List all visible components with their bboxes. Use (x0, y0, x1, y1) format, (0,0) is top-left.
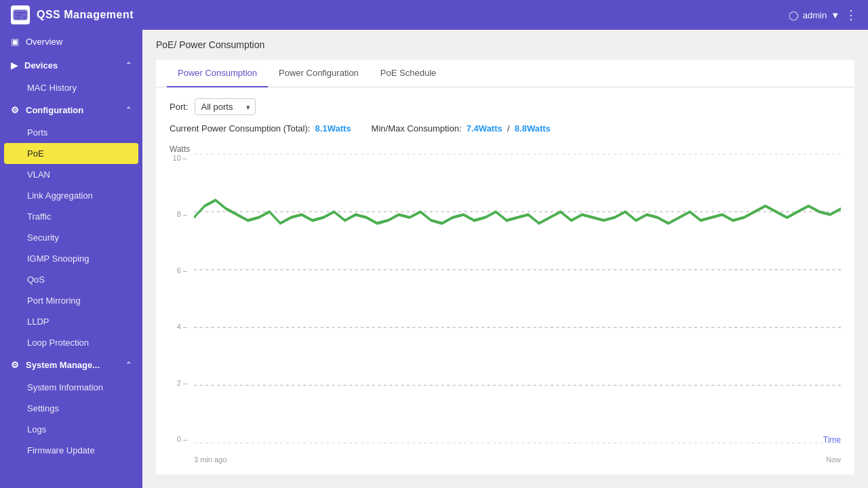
system-info-label: System Information (27, 382, 103, 392)
content-area: Power Consumption Power Configuration Po… (156, 60, 854, 474)
traffic-label: Traffic (27, 211, 51, 222)
sidebar-section-configuration[interactable]: ⚙ Configuration ⌃ (0, 98, 142, 122)
layout: ▣ Overview ▶ Devices ⌃ MAC History ⚙ Con… (0, 30, 868, 488)
poe-label: PoE (27, 148, 44, 159)
sidebar: ▣ Overview ▶ Devices ⌃ MAC History ⚙ Con… (0, 30, 142, 488)
sidebar-item-vlan[interactable]: VLAN (0, 164, 142, 185)
sidebar-item-security[interactable]: Security (0, 227, 142, 248)
sidebar-item-port-mirroring[interactable]: Port Mirroring (0, 290, 142, 311)
vlan-label: VLAN (27, 169, 50, 180)
system-icon: ⚙ (11, 360, 19, 370)
qos-label: QoS (27, 274, 45, 285)
sidebar-item-logs[interactable]: Logs (0, 419, 142, 440)
link-aggregation-label: Link Aggregation (27, 190, 93, 201)
chart-x-end: Now (826, 455, 841, 464)
user-info[interactable]: ◯ admin ▼ (789, 10, 840, 20)
port-select-wrapper: All ports Port 1 Port 2 Port 3 Port 4 Po… (195, 98, 256, 115)
header-right: ◯ admin ▼ ⋮ (789, 7, 857, 22)
svg-rect-3 (15, 15, 22, 16)
max-value: 8.8Watts (515, 123, 551, 134)
header-left: QSS Management (11, 5, 134, 24)
system-chevron-icon: ⌃ (125, 361, 132, 369)
user-name: admin (803, 10, 827, 20)
tab-power-consumption[interactable]: Power Consumption (167, 60, 268, 87)
sidebar-overview-label: Overview (26, 37, 62, 47)
port-selector-row: Port: All ports Port 1 Port 2 Port 3 Por… (170, 98, 841, 115)
ports-label: Ports (27, 127, 47, 138)
user-dropdown-icon[interactable]: ▼ (831, 10, 840, 20)
header: QSS Management ◯ admin ▼ ⋮ (0, 0, 868, 30)
igmp-snooping-label: IGMP Snooping (27, 253, 90, 264)
more-options-icon[interactable]: ⋮ (845, 7, 857, 22)
security-label: Security (27, 232, 59, 243)
sidebar-devices-label: Devices (24, 60, 58, 70)
firmware-label: Firmware Update (27, 445, 95, 455)
sidebar-item-ports[interactable]: Ports (0, 122, 142, 143)
port-select[interactable]: All ports Port 1 Port 2 Port 3 Port 4 Po… (195, 98, 256, 115)
chart-y-axis: 10 – 8 – 6 – 4 – 2 – 0 – (170, 154, 190, 443)
chart-x-axis: 3 min ago Now (194, 455, 841, 464)
devices-chevron-icon: ⌃ (125, 61, 132, 70)
overview-icon: ▣ (11, 37, 19, 47)
port-label: Port: (170, 102, 188, 112)
sidebar-item-system-info[interactable]: System Information (0, 377, 142, 398)
sidebar-item-loop-protection[interactable]: Loop Protection (0, 332, 142, 353)
mac-history-label: MAC History (27, 83, 77, 93)
sidebar-item-igmp-snooping[interactable]: IGMP Snooping (0, 248, 142, 269)
sidebar-item-qos[interactable]: QoS (0, 269, 142, 290)
tab-content-power-consumption: Port: All ports Port 1 Port 2 Port 3 Por… (156, 87, 854, 474)
sidebar-item-firmware[interactable]: Firmware Update (0, 440, 142, 461)
user-icon: ◯ (789, 10, 799, 20)
configuration-icon: ⚙ (11, 105, 19, 115)
sidebar-configuration-label: Configuration (26, 105, 83, 115)
sidebar-system-label: System Manage... (26, 360, 100, 370)
app-title: QSS Management (37, 9, 134, 21)
min-value: 7.4Watts (467, 123, 502, 134)
sidebar-section-system[interactable]: ⚙ System Manage... ⌃ (0, 353, 142, 377)
chart-x-start: 3 min ago (194, 455, 226, 464)
logs-label: Logs (27, 424, 46, 434)
chart-svg-wrapper (194, 154, 841, 443)
svg-point-4 (23, 16, 26, 19)
sidebar-item-traffic[interactable]: Traffic (0, 206, 142, 227)
sidebar-item-poe[interactable]: PoE (4, 143, 138, 164)
svg-rect-2 (15, 12, 26, 14)
minmax-label: Min/Max Consumption: 7.4Watts / 8.8Watts (372, 123, 551, 134)
sidebar-item-settings[interactable]: Settings (0, 398, 142, 419)
power-chart: Watts 10 – 8 – 6 – 4 – 2 – 0 – (170, 144, 841, 464)
sidebar-item-overview[interactable]: ▣ Overview (0, 30, 142, 54)
svg-rect-5 (15, 18, 20, 19)
sidebar-item-lldp[interactable]: LLDP (0, 311, 142, 332)
tab-poe-schedule[interactable]: PoE Schedule (370, 60, 447, 87)
configuration-chevron-icon: ⌃ (125, 106, 132, 115)
breadcrumb: PoE/ Power Consumption (142, 30, 868, 60)
app-logo (11, 5, 30, 24)
loop-protection-label: Loop Protection (27, 338, 89, 348)
main-content: PoE/ Power Consumption Power Consumption… (142, 30, 868, 488)
chart-y-label: Watts (170, 144, 190, 154)
port-mirroring-label: Port Mirroring (27, 296, 81, 306)
stats-row: Current Power Consumption (Total): 8.1Wa… (170, 123, 841, 134)
sidebar-item-mac-history[interactable]: MAC History (0, 77, 142, 98)
sidebar-section-devices[interactable]: ▶ Devices ⌃ (0, 54, 142, 77)
sidebar-item-link-aggregation[interactable]: Link Aggregation (0, 185, 142, 206)
chart-x-label: Time (823, 435, 841, 445)
tabs-bar: Power Consumption Power Configuration Po… (156, 60, 854, 87)
devices-icon: ▶ (11, 60, 18, 70)
current-power-label: Current Power Consumption (Total): 8.1Wa… (170, 123, 351, 134)
lldp-label: LLDP (27, 317, 50, 327)
current-power-value: 8.1Watts (315, 123, 351, 134)
tab-power-configuration[interactable]: Power Configuration (268, 60, 370, 87)
settings-label: Settings (27, 403, 59, 413)
